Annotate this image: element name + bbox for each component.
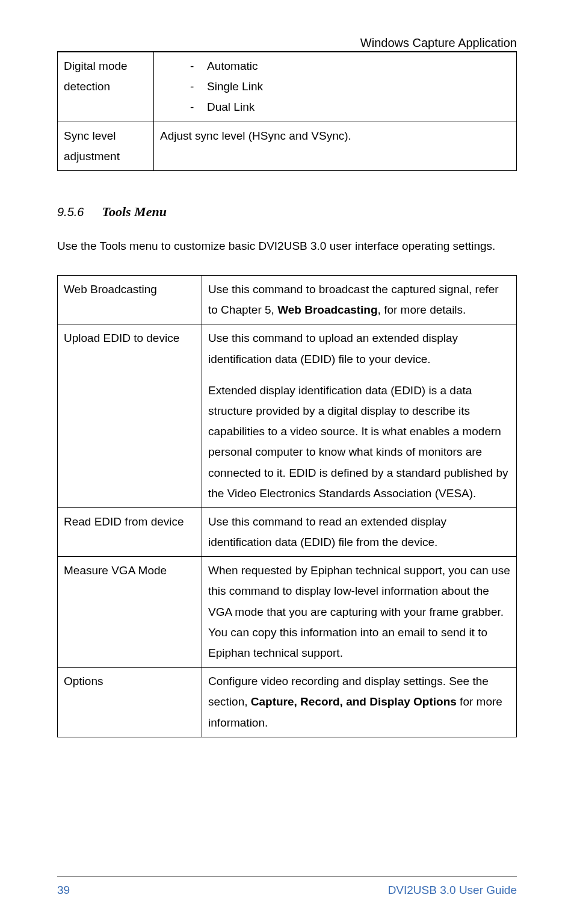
- t2-r3-p0: When requested by Epiphan technical supp…: [208, 564, 510, 659]
- t2-r0-p1: Web Broadcasting: [277, 303, 377, 316]
- t2-r4-p1: Capture, Record, and Display Options: [251, 695, 457, 708]
- page-number: 39: [57, 884, 70, 897]
- t2-r0-label: Web Broadcasting: [58, 276, 202, 324]
- table1-row0-item1: Single Link: [190, 76, 510, 97]
- t2-r2-p0: Use this command to read an extended dis…: [208, 515, 446, 548]
- table1-row0-item2: Dual Link: [190, 97, 510, 117]
- t2-r2-value: Use this command to read an extended dis…: [202, 507, 517, 556]
- intro-paragraph: Use the Tools menu to customize basic DV…: [57, 235, 517, 257]
- page-header: Windows Capture Application: [57, 36, 517, 52]
- table1-row1-value: Adjust sync level (HSync and VSync).: [154, 122, 517, 170]
- spacer: [208, 370, 510, 380]
- t2-r3-label: Measure VGA Mode: [58, 557, 202, 668]
- table1-row0-label: Digital mode detection: [58, 52, 154, 122]
- t2-r0-value: Use this command to broadcast the captur…: [202, 276, 517, 324]
- table1-row1-label: Sync level adjustment: [58, 122, 154, 170]
- t2-r4-value: Configure video recording and display se…: [202, 668, 517, 737]
- t2-r1-label: Upload EDID to device: [58, 324, 202, 508]
- footer-guide: DVI2USB 3.0 User Guide: [388, 884, 517, 897]
- t2-r0-p2: , for more details.: [378, 303, 466, 316]
- section-title: Tools Menu: [102, 204, 166, 220]
- tools-menu-table: Web Broadcasting Use this command to bro…: [57, 275, 517, 737]
- t2-r3-value: When requested by Epiphan technical supp…: [202, 557, 517, 668]
- t2-r1-para0: Use this command to upload an extended d…: [208, 328, 510, 369]
- t2-r2-label: Read EDID from device: [58, 507, 202, 556]
- t2-r1-para1: Extended display identification data (ED…: [208, 380, 510, 504]
- section-heading: 9.5.6 Tools Menu: [57, 204, 517, 220]
- table1-row0-value: Automatic Single Link Dual Link: [154, 52, 517, 122]
- section-number: 9.5.6: [57, 205, 84, 219]
- mode-table: Digital mode detection Automatic Single …: [57, 52, 517, 171]
- page-footer: 39 DVI2USB 3.0 User Guide: [57, 876, 517, 897]
- t2-r1-value: Use this command to upload an extended d…: [202, 324, 517, 508]
- table1-row0-item0: Automatic: [190, 56, 510, 76]
- t2-r4-label: Options: [58, 668, 202, 737]
